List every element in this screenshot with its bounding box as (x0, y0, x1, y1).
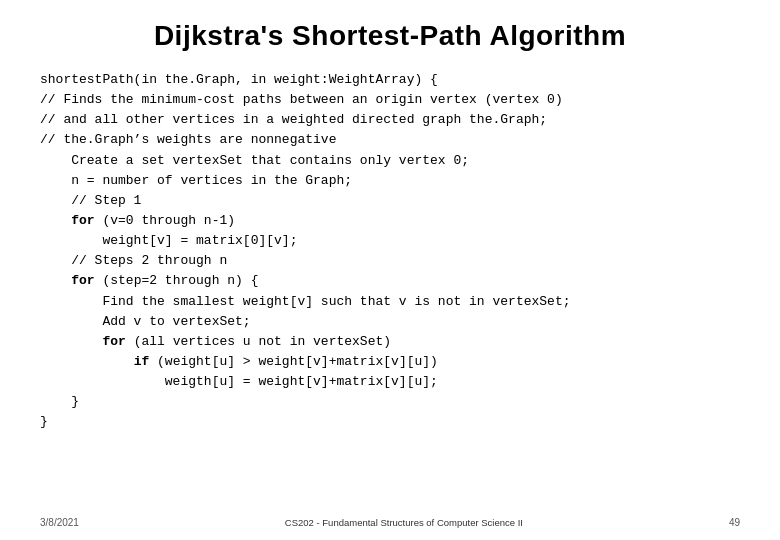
code-line: shortestPath(in the.Graph, in weight:Wei… (40, 70, 740, 90)
code-line: // the.Graph’s weights are nonnegative (40, 130, 740, 150)
footer-date: 3/8/2021 (40, 517, 79, 528)
slide-title: Dijkstra's Shortest-Path Algorithm (40, 20, 740, 52)
code-line: // Finds the minimum-cost paths between … (40, 90, 740, 110)
code-line: weigth[u] = weight[v]+matrix[v][u]; (40, 372, 740, 392)
code-line: for (all vertices u not in vertexSet) (40, 332, 740, 352)
code-line: n = number of vertices in the Graph; (40, 171, 740, 191)
code-line: for (v=0 through n-1) (40, 211, 740, 231)
code-line: } (40, 392, 740, 412)
code-line: // Steps 2 through n (40, 251, 740, 271)
code-line: if (weight[u] > weight[v]+matrix[v][u]) (40, 352, 740, 372)
footer-course: CS202 - Fundamental Structures of Comput… (79, 517, 729, 528)
code-line: // Step 1 (40, 191, 740, 211)
code-line: Add v to vertexSet; (40, 312, 740, 332)
code-block: shortestPath(in the.Graph, in weight:Wei… (40, 70, 740, 433)
code-line: Create a set vertexSet that contains onl… (40, 151, 740, 171)
code-line: weight[v] = matrix[0][v]; (40, 231, 740, 251)
footer-page: 49 (729, 517, 740, 528)
code-line: Find the smallest weight[v] such that v … (40, 292, 740, 312)
code-line: // and all other vertices in a weighted … (40, 110, 740, 130)
code-line: for (step=2 through n) { (40, 271, 740, 291)
slide: Dijkstra's Shortest-Path Algorithm short… (0, 0, 780, 540)
footer: 3/8/2021 CS202 - Fundamental Structures … (40, 517, 740, 528)
code-line: } (40, 412, 740, 432)
